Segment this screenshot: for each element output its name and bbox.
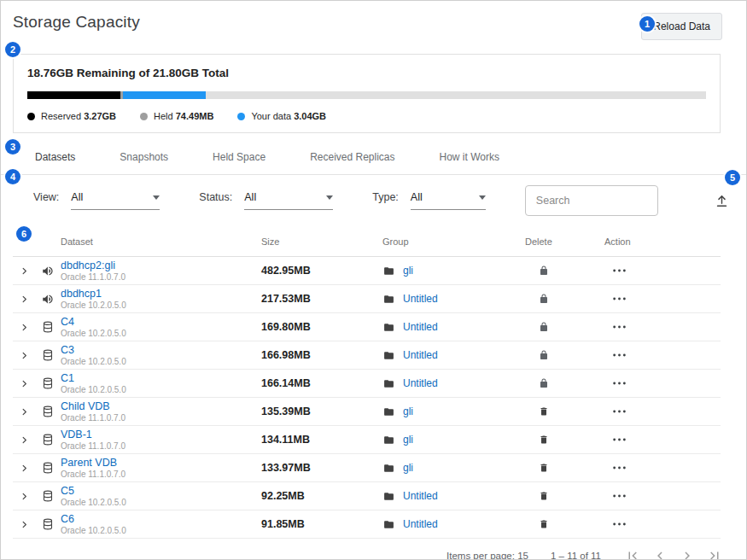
dataset-name-link[interactable]: C6 [61, 513, 74, 525]
dataset-size: 135.39MB [261, 405, 382, 417]
status-filter-label: Status: [199, 191, 232, 203]
expand-row-chevron-icon[interactable] [13, 295, 35, 304]
folder-icon [382, 322, 395, 333]
row-actions-button[interactable] [604, 522, 721, 526]
row-actions-button[interactable] [604, 297, 721, 300]
dataset-cell: dbdhcp2:gliOracle 11.1.0.7.0 [61, 260, 261, 282]
expand-row-chevron-icon[interactable] [13, 379, 35, 388]
next-page-icon[interactable] [678, 546, 697, 560]
table-row: dbdhcp2:gliOracle 11.1.0.7.0482.95MBgli [13, 257, 721, 285]
row-actions-button[interactable] [604, 382, 721, 385]
dataset-size: 166.98MB [261, 349, 382, 361]
row-actions-button[interactable] [604, 494, 721, 498]
dataset-subtitle: Oracle 11.1.0.7.0 [61, 470, 125, 479]
lock-icon[interactable] [525, 265, 604, 277]
dataset-name-link[interactable]: C5 [61, 485, 74, 497]
export-icon[interactable] [711, 190, 732, 212]
last-page-icon[interactable] [705, 546, 724, 560]
vdb-icon [35, 518, 61, 530]
tabs: DatasetsSnapshotsHeld SpaceReceived Repl… [1, 142, 746, 175]
capacity-summary-text: 18.76GB Remaining of 21.80GB Total [27, 67, 706, 79]
legend-dot-icon [140, 113, 148, 120]
group-link[interactable]: Untitled [403, 377, 438, 389]
lock-icon[interactable] [525, 349, 604, 361]
tab-how-it-works[interactable]: How it Works [417, 142, 522, 174]
group-link[interactable]: Untitled [403, 518, 438, 530]
lock-icon[interactable] [525, 293, 604, 305]
trash-icon[interactable] [525, 490, 604, 502]
row-actions-button[interactable] [604, 466, 721, 470]
row-actions-button[interactable] [604, 410, 721, 413]
group-link[interactable]: Untitled [403, 490, 438, 502]
pagination-bar: Items per page: 15 1 – 11 of 11 [1, 539, 746, 560]
dataset-name-link[interactable]: Parent VDB [61, 457, 117, 469]
expand-row-chevron-icon[interactable] [13, 520, 35, 529]
expand-row-chevron-icon[interactable] [13, 435, 35, 445]
expand-row-chevron-icon[interactable] [13, 266, 35, 276]
group-link[interactable]: gli [403, 462, 413, 474]
dataset-cell: C5Oracle 10.2.0.5.0 [61, 485, 261, 507]
group-link[interactable]: gli [403, 405, 413, 417]
row-actions-button[interactable] [604, 269, 721, 272]
row-actions-button[interactable] [604, 353, 721, 357]
first-page-icon[interactable] [623, 546, 642, 560]
expand-row-chevron-icon[interactable] [13, 492, 35, 501]
expand-row-chevron-icon[interactable] [13, 464, 35, 473]
search-input[interactable] [525, 185, 658, 216]
row-actions-button[interactable] [604, 325, 721, 329]
type-filter-select[interactable]: All [411, 191, 486, 210]
dataset-name-link[interactable]: dbdhcp2:gli [61, 260, 115, 271]
column-header-delete: Delete [525, 236, 604, 247]
group-link[interactable]: gli [403, 265, 413, 277]
dataset-subtitle: Oracle 10.2.0.5.0 [61, 526, 126, 535]
dataset-name-link[interactable]: C4 [61, 316, 74, 328]
dataset-cell: dbdhcp1Oracle 10.2.0.5.0 [61, 288, 261, 310]
dataset-name-link[interactable]: dbdhcp1 [61, 288, 102, 300]
tab-held-space[interactable]: Held Space [190, 142, 288, 174]
dataset-name-link[interactable]: C1 [61, 372, 74, 384]
group-link[interactable]: gli [403, 434, 413, 446]
legend-dot-icon [237, 113, 245, 120]
tab-datasets[interactable]: Datasets [13, 142, 97, 174]
trash-icon[interactable] [525, 405, 604, 417]
row-actions-button[interactable] [604, 438, 721, 441]
dataset-size: 134.11MB [261, 434, 382, 446]
tab-received-replicas[interactable]: Received Replicas [288, 142, 417, 174]
trash-icon[interactable] [525, 462, 604, 474]
trash-icon[interactable] [525, 434, 604, 446]
dataset-name-link[interactable]: VDB-1 [61, 429, 92, 440]
dataset-size: 482.95MB [261, 265, 382, 277]
expand-row-chevron-icon[interactable] [13, 351, 35, 360]
expand-row-chevron-icon[interactable] [13, 323, 35, 332]
group-cell: Untitled [382, 349, 525, 361]
dataset-size: 133.97MB [261, 462, 382, 474]
lock-icon[interactable] [525, 321, 604, 333]
table-row: Child VDBOracle 11.1.0.7.0135.39MBgli [13, 398, 721, 426]
folder-icon [382, 378, 395, 389]
folder-icon [382, 491, 395, 502]
items-per-page-value[interactable]: 15 [517, 551, 528, 560]
group-link[interactable]: Untitled [403, 293, 438, 305]
tab-snapshots[interactable]: Snapshots [97, 142, 190, 174]
lock-icon[interactable] [525, 377, 604, 389]
dataset-name-link[interactable]: Child VDB [61, 400, 110, 412]
table-row: dbdhcp1Oracle 10.2.0.5.0217.53MBUntitled [13, 285, 721, 313]
previous-page-icon[interactable] [651, 546, 669, 560]
column-header-action: Action [604, 236, 721, 247]
group-link[interactable]: Untitled [403, 349, 438, 361]
table-row: C1Oracle 10.2.0.5.0166.14MBUntitled [13, 370, 721, 398]
group-link[interactable]: Untitled [403, 321, 438, 333]
type-filter-value: All [411, 191, 423, 203]
pager-controls [623, 546, 724, 560]
status-filter-select[interactable]: All [244, 191, 333, 210]
table-row: VDB-1Oracle 11.1.0.7.0134.11MBgli [13, 426, 721, 454]
expand-row-chevron-icon[interactable] [13, 407, 35, 417]
group-cell: gli [382, 462, 525, 474]
table-row: C6Oracle 10.2.0.5.091.85MBUntitled [13, 510, 721, 539]
page-header: Storage Capacity Reload Data [1, 1, 746, 40]
dataset-subtitle: Oracle 11.1.0.7.0 [61, 272, 125, 282]
trash-icon[interactable] [525, 518, 604, 530]
dataset-name-link[interactable]: C3 [61, 344, 74, 356]
view-filter-select[interactable]: All [71, 191, 160, 210]
table-row: C4Oracle 10.2.0.5.0169.80MBUntitled [13, 313, 721, 341]
